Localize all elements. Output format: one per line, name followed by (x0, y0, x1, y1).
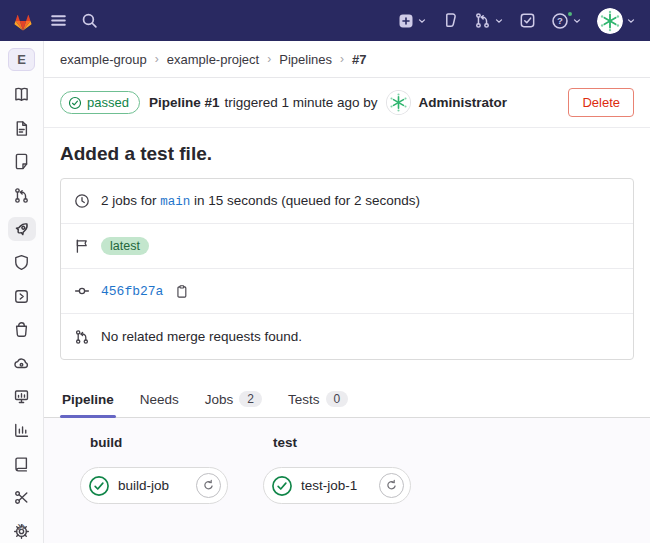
retry-icon (202, 479, 215, 492)
check-circle-icon (68, 96, 82, 110)
commit-sha-link[interactable]: 456fb27a (101, 284, 163, 299)
tab-needs[interactable]: Needs (138, 382, 181, 417)
sidebar-item-merge-requests[interactable] (8, 184, 36, 208)
pipeline-triggered-text: triggered 1 minute ago by (224, 95, 377, 110)
chevron-down-icon (494, 16, 504, 26)
sidebar-item-deployments[interactable] (8, 284, 36, 308)
sidebar-item-security-compliance[interactable] (8, 251, 36, 275)
chevron-down-icon (417, 16, 427, 26)
help-menu-button[interactable]: ? (551, 12, 582, 30)
tab-tests[interactable]: Tests0 (286, 382, 350, 417)
tests-count-badge: 0 (326, 391, 349, 407)
administrator-avatar[interactable] (387, 91, 410, 114)
tab-label: Pipeline (62, 392, 114, 407)
job-name: test-job-1 (301, 478, 357, 493)
left-sidebar: E » (0, 41, 44, 543)
search-icon[interactable] (81, 12, 98, 29)
merge-request-icon (74, 329, 90, 345)
new-menu-button[interactable] (398, 13, 427, 29)
delete-button[interactable]: Delete (568, 88, 634, 117)
todos-icon[interactable] (519, 12, 536, 29)
job-name: build-job (118, 478, 169, 493)
retry-job-button[interactable] (196, 473, 221, 498)
tab-pipeline[interactable]: Pipeline (60, 382, 116, 417)
breadcrumb-pipeline-number: #7 (352, 52, 366, 67)
tab-label: Tests (288, 392, 320, 407)
tab-label: Needs (140, 392, 179, 407)
merge-requests-row: No related merge requests found. (61, 314, 633, 359)
project-avatar[interactable]: E (8, 48, 35, 71)
pipeline-details-box: 2 jobs for main in 15 seconds (queued fo… (60, 178, 634, 360)
sidebar-item-ci-cd[interactable] (8, 217, 36, 241)
user-avatar (597, 8, 623, 34)
clock-icon (74, 193, 90, 209)
jobs-summary-text: 2 jobs for main in 15 seconds (queued fo… (101, 193, 420, 209)
jobs-count-text: 2 jobs for (101, 193, 157, 208)
pipeline-title: Pipeline #1 triggered 1 minute ago by (149, 95, 378, 110)
commit-row: 456fb27a (61, 269, 633, 314)
monitor-icon (13, 388, 30, 405)
sidebar-item-monitor[interactable] (8, 385, 36, 409)
pipeline-tabs: Pipeline Needs Jobs2 Tests0 (44, 382, 650, 418)
breadcrumb-pipelines[interactable]: Pipelines (279, 52, 332, 67)
issues-nav-icon[interactable] (442, 12, 459, 29)
rocket-icon (13, 220, 31, 238)
gitlab-logo-icon[interactable] (10, 8, 36, 34)
status-badge[interactable]: passed (60, 91, 140, 114)
repository-icon (13, 120, 30, 137)
notification-dot (566, 10, 574, 18)
breadcrumb-separator: › (267, 52, 271, 66)
stage-name: test (273, 435, 411, 450)
svg-text:?: ? (557, 15, 563, 26)
sidebar-item-wiki[interactable] (8, 452, 36, 476)
deployments-icon (13, 288, 30, 305)
issues-icon (13, 153, 30, 170)
sidebar-item-issues[interactable] (8, 150, 36, 174)
pipeline-number: Pipeline #1 (149, 95, 220, 110)
retry-job-button[interactable] (379, 473, 404, 498)
administrator-name[interactable]: Administrator (419, 95, 508, 110)
jobs-count-badge: 2 (239, 391, 262, 407)
latest-badge: latest (101, 237, 149, 255)
pipeline-graph: build build-job test test-job-1 (44, 418, 650, 543)
sidebar-item-packages-registries[interactable] (8, 318, 36, 342)
merge-requests-nav-button[interactable] (474, 12, 504, 29)
stage-build: build build-job (80, 435, 228, 527)
package-icon (13, 321, 30, 338)
sidebar-item-project-information[interactable] (8, 83, 36, 107)
hamburger-menu-icon[interactable] (50, 12, 67, 29)
job-build-job[interactable]: build-job (80, 467, 228, 504)
sidebar-item-analytics[interactable] (8, 419, 36, 443)
breadcrumb-project[interactable]: example-project (167, 52, 260, 67)
job-test-job-1[interactable]: test-job-1 (263, 467, 411, 504)
stage-name: build (90, 435, 228, 450)
sidebar-item-repository[interactable] (8, 117, 36, 141)
clipboard-icon (174, 284, 189, 299)
merge-request-icon (474, 12, 491, 29)
copy-commit-button[interactable] (174, 284, 189, 299)
scissors-icon (13, 489, 30, 506)
top-navbar: ? (0, 0, 650, 41)
breadcrumb-group[interactable]: example-group (60, 52, 147, 67)
tab-jobs[interactable]: Jobs2 (203, 382, 264, 417)
chevron-down-icon (572, 16, 582, 26)
branch-link[interactable]: main (160, 195, 190, 209)
breadcrumb: example-group › example-project › Pipeli… (44, 41, 650, 78)
chart-icon (13, 422, 30, 439)
retry-icon (385, 479, 398, 492)
cloud-gear-icon (13, 355, 30, 372)
jobs-duration-row: 2 jobs for main in 15 seconds (queued fo… (61, 179, 633, 224)
book-icon (13, 456, 30, 473)
flag-icon (74, 238, 90, 254)
sidebar-item-snippets[interactable] (8, 486, 36, 510)
pipeline-status-row: passed Pipeline #1 triggered 1 minute ag… (44, 78, 650, 128)
sidebar-item-infrastructure[interactable] (8, 352, 36, 376)
shield-icon (13, 254, 30, 271)
tab-label: Jobs (205, 392, 234, 407)
sidebar-collapse-button[interactable]: » (0, 517, 43, 534)
commit-title: Added a test file. (60, 143, 634, 165)
chevron-down-icon (626, 16, 636, 26)
commit-icon (74, 283, 90, 299)
user-menu-button[interactable] (597, 8, 636, 34)
plus-square-icon (398, 13, 414, 29)
